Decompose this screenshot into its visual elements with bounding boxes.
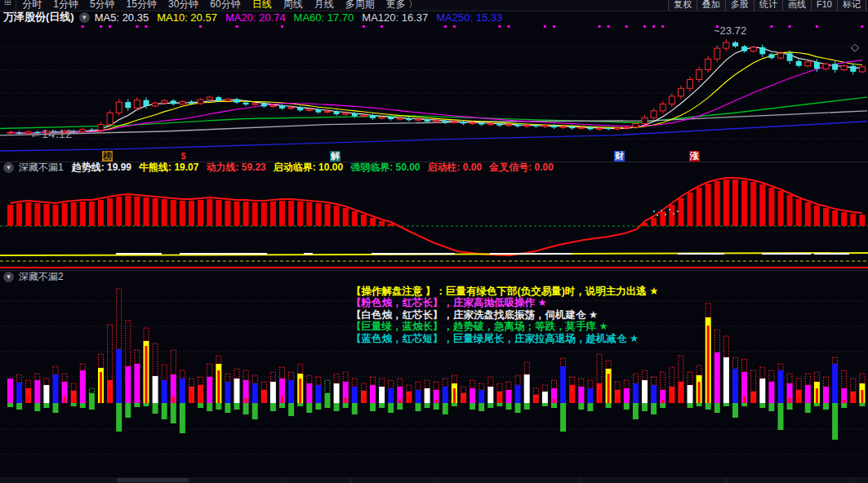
peak-price-label: ~23.72	[714, 24, 746, 37]
annotation-line: 【蓝色烛，红芯短】，巨量绿尾长，庄家拉高退场，趁机减仓 ★	[351, 333, 658, 344]
horizontal-scrollbar	[0, 477, 868, 483]
chart-canvas[interactable]	[0, 0, 868, 483]
indicator-value: 金叉信号: 0.00	[489, 161, 554, 175]
panel-separator	[0, 270, 868, 271]
indicator-value: 趋势线: 19.99	[72, 161, 131, 175]
indicator-value: 强弱临界: 50.00	[350, 161, 420, 175]
indicator2-annotations: 【操作解盘注意 】：巨量有绿色下部(负交易量)时，说明主力出逃 ★【粉色烛，红芯…	[351, 286, 658, 344]
tool-button-标记[interactable]: 标记	[837, 0, 866, 11]
indicator-value: 动力线: 59.23	[206, 161, 265, 175]
indicator1-header: ▾ 深藏不漏1 趋势线: 19.99牛熊线: 19.07动力线: 59.23启动…	[0, 162, 868, 173]
annotation-line: 【白色烛，红芯长】，庄家洗盘找底振荡，伺机建仓 ★	[351, 309, 658, 321]
indicator2-title: 深藏不漏2	[19, 270, 64, 284]
ma-legend: MA5: 20.35MA10: 20.57MA20: 20.74MA60: 17…	[95, 11, 511, 24]
tool-buttons: 复权叠加多股统计画线F10标记	[669, 0, 866, 11]
scrollbar-tick	[849, 477, 850, 483]
tab-7[interactable]: 日线	[247, 0, 278, 11]
tool-button-统计[interactable]: 统计	[754, 0, 783, 11]
scrollbar-thumb[interactable]	[117, 478, 189, 482]
ma-value: MA120: 16.37	[362, 11, 428, 24]
scrollbar-tick	[286, 477, 287, 483]
low-price-label: ←14.12	[29, 126, 73, 140]
tool-button-多股[interactable]: 多股	[725, 0, 754, 11]
ma-value: MA250: 15.33	[436, 11, 502, 24]
indicator-value: 启动临界: 10.00	[274, 161, 343, 175]
annotation-line: 【巨量绿，蓝烛长】，趋势破，急离场；等跌，莫手痒 ★	[351, 321, 658, 332]
annotation-line: 【粉色烛，红芯长】，庄家高抛低吸操作 ★	[351, 297, 658, 308]
tab-11[interactable]: 更多 〉	[381, 0, 424, 11]
scrollbar-tick	[351, 477, 352, 483]
tab-6[interactable]: 60分钟	[204, 0, 246, 11]
diamond-marker-icon: ◇	[851, 41, 859, 53]
tab-10[interactable]: 多周期	[340, 0, 381, 11]
event-badge-涨: 涨	[689, 151, 700, 162]
ma-value: MA5: 20.35	[95, 11, 149, 24]
title-row: 万泽股份(日线) ▾ MA5: 20.35MA10: 20.57MA20: 20…	[3, 11, 865, 24]
chevron-down-icon[interactable]: ▾	[3, 162, 14, 173]
ma-value: MA60: 17.70	[294, 11, 354, 24]
tool-button-复权[interactable]: 复权	[668, 0, 697, 11]
period-toolbar: ⊞ 分时1分钟5分钟15分钟30分钟60分钟日线周线月线多周期更多 〉 复权叠加…	[0, 0, 868, 11]
chevron-down-icon[interactable]: ▾	[3, 272, 14, 282]
ma-value: MA10: 20.57	[157, 11, 217, 24]
indicator-value: 牛熊线: 19.07	[139, 161, 198, 175]
event-badge-财: 财	[614, 151, 625, 162]
tab-9[interactable]: 月线	[309, 0, 340, 11]
tool-button-F10[interactable]: F10	[811, 0, 838, 11]
tab-4[interactable]: 15分钟	[121, 0, 162, 11]
indicator2-header: ▾ 深藏不漏2	[0, 272, 868, 282]
tool-button-叠加[interactable]: 叠加	[697, 0, 726, 11]
ma-value: MA20: 20.74	[225, 11, 286, 24]
annotation-line: 【操作解盘注意 】：巨量有绿色下部(负交易量)时，说明主力出逃 ★	[351, 286, 658, 297]
indicator1-values: 趋势线: 19.99牛熊线: 19.07动力线: 59.23启动临界: 10.0…	[72, 161, 561, 175]
scrollbar-tick	[433, 477, 434, 483]
app-window: ⊞ 分时1分钟5分钟15分钟30分钟60分钟日线周线月线多周期更多 〉 复权叠加…	[0, 0, 868, 483]
tab-3[interactable]: 5分钟	[84, 0, 121, 11]
scrollbar-tick	[580, 477, 581, 483]
stock-title: 万泽股份(日线)	[3, 10, 74, 24]
tab-8[interactable]: 周线	[278, 0, 309, 11]
indicator1-title: 深藏不漏1	[19, 161, 64, 175]
scrollbar-tick	[727, 477, 728, 483]
tab-5[interactable]: 30分钟	[162, 0, 204, 11]
tool-button-画线[interactable]: 画线	[782, 0, 812, 11]
chevron-down-icon[interactable]: ▾	[79, 12, 90, 23]
indicator-value: 启动柱: 0.00	[427, 161, 482, 175]
